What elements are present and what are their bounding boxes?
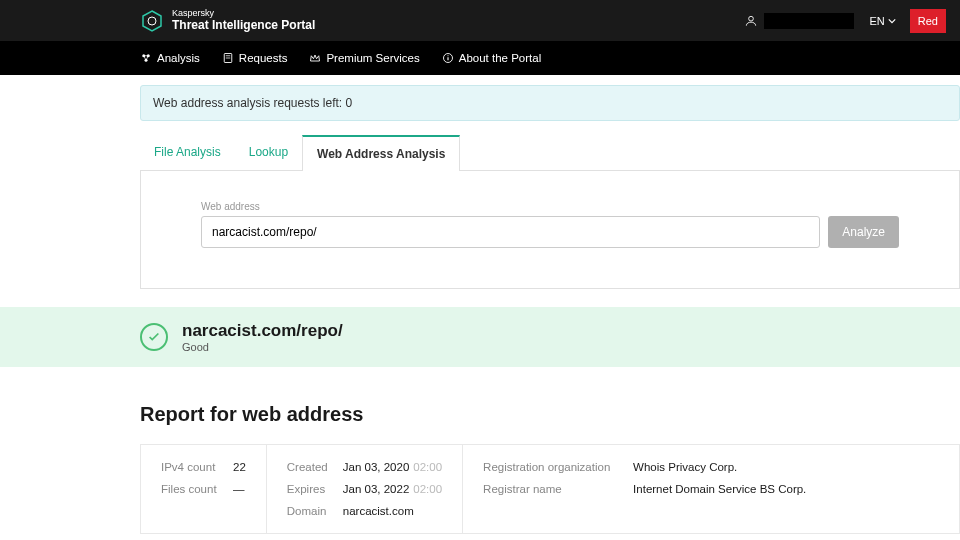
nav-about-label: About the Portal (459, 52, 541, 64)
requests-icon (222, 52, 234, 64)
red-button[interactable]: Red (910, 9, 946, 33)
registrar-label: Registrar name (483, 483, 623, 495)
brand-logo[interactable]: Kaspersky Threat Intelligence Portal (140, 9, 315, 33)
svg-point-14 (447, 55, 448, 56)
nav-requests[interactable]: Requests (222, 52, 288, 64)
files-count-label: Files count (161, 483, 223, 495)
domain-value: narcacist.com (343, 505, 414, 517)
expires-time: 02:00 (413, 483, 442, 495)
analysis-icon (140, 52, 152, 64)
svg-point-1 (148, 17, 156, 25)
quota-notice: Web address analysis requests left: 0 (140, 85, 960, 121)
regorg-label: Registration organization (483, 461, 623, 473)
created-label: Created (287, 461, 333, 473)
ipv4-count-label: IPv4 count (161, 461, 223, 473)
nav-analysis-label: Analysis (157, 52, 200, 64)
chevron-down-icon (888, 17, 896, 25)
brand-product: Threat Intelligence Portal (172, 19, 315, 32)
verdict-banner: narcacist.com/repo/ Good (0, 307, 960, 367)
crown-icon (309, 52, 321, 64)
nav-analysis[interactable]: Analysis (140, 52, 200, 64)
report-heading: Report for web address (140, 403, 960, 426)
verdict-check-icon (140, 323, 168, 351)
svg-point-2 (748, 16, 753, 21)
web-address-input[interactable] (201, 216, 820, 248)
svg-marker-0 (143, 11, 161, 31)
brand-text: Kaspersky Threat Intelligence Portal (172, 9, 315, 32)
topbar: Kaspersky Threat Intelligence Portal EN … (0, 0, 960, 41)
nav-premium-label: Premium Services (326, 52, 419, 64)
registrar-value: Internet Domain Service BS Corp. (633, 483, 806, 495)
info-icon (442, 52, 454, 64)
report-col-counts: IPv4 count 22 Files count — (141, 445, 267, 533)
language-label: EN (870, 15, 885, 27)
tab-file-analysis[interactable]: File Analysis (140, 135, 235, 170)
ipv4-count-value: 22 (233, 461, 246, 473)
search-panel: Web address Analyze (140, 171, 960, 289)
nav-requests-label: Requests (239, 52, 288, 64)
expires-label: Expires (287, 483, 333, 495)
language-selector[interactable]: EN (870, 15, 896, 27)
user-icon (744, 14, 758, 28)
page-content: Web address analysis requests left: 0 Fi… (0, 85, 960, 540)
navbar: Analysis Requests Premium Services About… (0, 41, 960, 75)
verdict-url: narcacist.com/repo/ (182, 321, 343, 341)
regorg-value: Whois Privacy Corp. (633, 461, 737, 473)
expires-date: Jan 03, 2022 (343, 483, 410, 495)
tab-web-address-analysis[interactable]: Web Address Analysis (302, 135, 460, 171)
analysis-tabs: File Analysis Lookup Web Address Analysi… (140, 135, 960, 171)
report-col-dates: Created Jan 03, 2020 02:00 Expires Jan 0… (267, 445, 463, 533)
nav-premium[interactable]: Premium Services (309, 52, 419, 64)
created-time: 02:00 (413, 461, 442, 473)
nav-about[interactable]: About the Portal (442, 52, 541, 64)
domain-label: Domain (287, 505, 333, 517)
verdict-status: Good (182, 341, 343, 353)
kaspersky-hex-icon (140, 9, 164, 33)
report-details: IPv4 count 22 Files count — Created Jan … (140, 444, 960, 534)
web-address-label: Web address (201, 201, 899, 212)
analyze-button[interactable]: Analyze (828, 216, 899, 248)
tab-lookup[interactable]: Lookup (235, 135, 302, 170)
username-redacted[interactable] (764, 13, 854, 29)
files-count-value: — (233, 483, 245, 495)
report-col-registrar: Registration organization Whois Privacy … (463, 445, 826, 533)
created-date: Jan 03, 2020 (343, 461, 410, 473)
